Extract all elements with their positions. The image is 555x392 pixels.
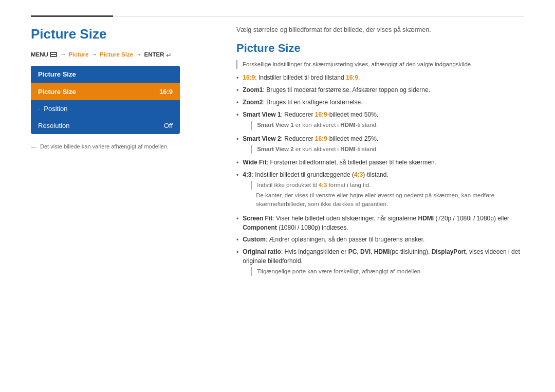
item-text: Smart View 1: Reducerer 16:9-billedet me…: [243, 110, 524, 131]
menu-item-picture-size-value: 16:9: [159, 88, 173, 96]
menu-item-position[interactable]: · Position: [31, 100, 180, 117]
dot-icon: ·: [38, 105, 42, 113]
subnote: Smart View 1 er kun aktiveret i HDMI-til…: [251, 121, 524, 129]
menu-item-resolution[interactable]: Resolution Off: [31, 117, 180, 134]
list-item: • Wide Fit: Forstørrer billedformatet, s…: [236, 158, 524, 167]
item-text: Zoom1: Bruges til moderat forstørrelse. …: [243, 85, 524, 95]
top-decoration: [31, 15, 524, 17]
list-item: • Smart View 2: Reducerer 16:9-billedet …: [236, 134, 524, 155]
page-title: Picture Size: [31, 26, 216, 42]
item-text: 4:3: Indstiller billedet til grundlæggen…: [243, 170, 524, 211]
subnote2: De kanter, der vises til venstre eller h…: [251, 191, 524, 209]
bullet-icon: •: [236, 248, 238, 257]
section-note: Forskellige indstillinger for skærmjuste…: [236, 60, 524, 69]
subnote: Indstil ikke produktet til 4:3 format i …: [251, 181, 524, 190]
menu-item-position-label: · Position: [38, 105, 67, 113]
item-text: Original ratio: Hvis indgangskilden er P…: [243, 247, 524, 277]
right-panel: Vælg størrelse og billedformat for det b…: [236, 26, 524, 377]
note-dash: ―: [31, 143, 36, 150]
note-content: Det viste billede kan variere afhængigt …: [40, 143, 169, 150]
bullet-icon: •: [236, 86, 238, 95]
enter-icon: [166, 51, 173, 58]
section-note-text: Forskellige indstillinger for skærmjuste…: [243, 61, 472, 67]
picture-link: Picture: [68, 51, 88, 58]
item-text: Zoom2: Bruges til en kraftigere forstørr…: [243, 98, 524, 107]
menu-item-picture-size-label: Picture Size: [38, 88, 76, 96]
arrow2: →: [91, 51, 97, 58]
menu-box-header: Picture Size: [31, 66, 180, 83]
bullet-icon: •: [236, 135, 238, 144]
bullet-icon: •: [236, 171, 238, 180]
enter-label: ENTER: [144, 51, 164, 58]
item-text: Screen Fit: Viser hele billedet uden afs…: [243, 214, 524, 232]
list-item: • Smart View 1: Reducerer 16:9-billedet …: [236, 110, 524, 131]
list-item: • 4:3: Indstiller billedet til grundlægg…: [236, 170, 524, 211]
bullet-icon: •: [236, 73, 238, 83]
bullet-icon: •: [236, 158, 238, 167]
right-intro: Vælg størrelse og billedformat for det b…: [236, 26, 524, 33]
list-item: • Custom: Ændrer opløsningen, så den pas…: [236, 235, 524, 245]
item-text: 16:9: Indstiller billedet til bred tilst…: [243, 73, 524, 82]
list-item: • Original ratio: Hvis indgangskilden er…: [236, 247, 524, 277]
arrow3: →: [136, 51, 142, 58]
menu-icon: [50, 52, 57, 57]
item-text: Wide Fit: Forstørrer billedformatet, så …: [243, 158, 524, 167]
list-item: • Zoom2: Bruges til en kraftigere forstø…: [236, 98, 524, 107]
menu-box: Picture Size Picture Size 16:9 · Positio…: [31, 66, 180, 134]
bullet-icon: •: [236, 98, 238, 107]
bullet-icon: •: [236, 110, 238, 120]
picture-size-link: Picture Size: [100, 51, 133, 58]
left-panel: Picture Size MENU → Picture → Picture Si…: [31, 26, 216, 377]
item-text: Custom: Ændrer opløsningen, så den passe…: [243, 235, 524, 244]
bullet-icon: •: [236, 214, 238, 223]
list-item: • Screen Fit: Viser hele billedet uden a…: [236, 214, 524, 232]
menu-item-picture-size[interactable]: Picture Size 16:9: [31, 83, 180, 100]
left-note: ― Det viste billede kan variere afhængig…: [31, 143, 216, 150]
bullet-icon: •: [236, 235, 238, 245]
menu-item-resolution-value: Off: [164, 122, 173, 129]
right-title: Picture Size: [236, 42, 524, 55]
list-item: • Zoom1: Bruges til moderat forstørrelse…: [236, 85, 524, 95]
menu-item-resolution-label: Resolution: [38, 122, 69, 129]
subnote: Tilgængelige porte kan være forskelligt,…: [251, 267, 524, 276]
bullet-list: • 16:9: Indstiller billedet til bred til…: [236, 73, 524, 277]
arrow1: →: [60, 51, 66, 58]
menu-path: MENU → Picture → Picture Size → ENTER: [31, 51, 216, 58]
subnote: Smart View 2 er kun aktiveret i HDMI-til…: [251, 145, 524, 154]
item-text: Smart View 2: Reducerer 16:9-billedet me…: [243, 134, 524, 155]
menu-label: MENU: [31, 51, 48, 58]
list-item: • 16:9: Indstiller billedet til bred til…: [236, 73, 524, 83]
